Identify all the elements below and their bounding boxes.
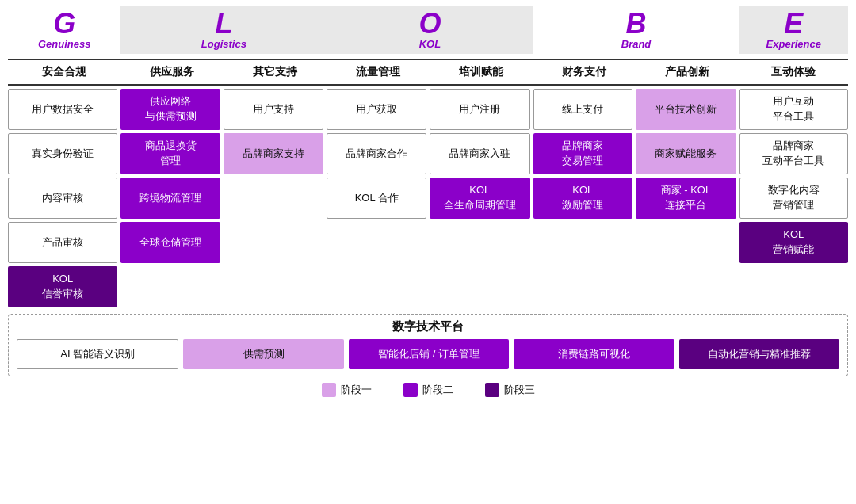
col-header-3: 其它支持 xyxy=(224,60,327,84)
platform-item-4: 消费链路可视化 xyxy=(514,339,674,369)
cell-4-2: 品牌商家合作 xyxy=(327,133,426,174)
cell-2-2: 商品退换货管理 xyxy=(120,133,220,174)
header-g: G Genuiness xyxy=(8,6,120,54)
legend: 阶段一 阶段二 阶段三 xyxy=(8,383,848,397)
grid-col-3: 用户支持 品牌商家支持 xyxy=(224,89,327,307)
header-l-letter: L xyxy=(215,10,232,38)
cell-1-3: 内容审核 xyxy=(8,178,117,219)
cell-5-1: 用户注册 xyxy=(430,89,530,130)
col-header-1: 安全合规 xyxy=(8,60,120,84)
cell-5-2: 品牌商家入驻 xyxy=(430,133,530,174)
platform-items: AI 智能语义识别 供需预测 智能化店铺 / 订单管理 消费链路可视化 自动化营… xyxy=(17,339,839,369)
legend-label-1: 阶段一 xyxy=(341,383,372,397)
legend-box-light xyxy=(322,383,336,397)
cell-8-4: KOL营销赋能 xyxy=(739,222,848,263)
cell-7-1: 平台技术创新 xyxy=(636,89,736,130)
grid-col-6: 线上支付 品牌商家交易管理 KOL激励管理 xyxy=(533,89,636,307)
cell-6-2: 品牌商家交易管理 xyxy=(533,133,633,174)
main-container: G Genuiness L Logistics O KOL B Brand E … xyxy=(0,0,856,405)
grid-col-8: 用户互动平台工具 品牌商家互动平台工具 数字化内容营销管理 KOL营销赋能 xyxy=(739,89,848,307)
header-o-subtitle: KOL xyxy=(419,38,441,51)
col-header-4: 流量管理 xyxy=(327,60,430,84)
legend-label-2: 阶段二 xyxy=(422,383,453,397)
cell-7-3: 商家 - KOL连接平台 xyxy=(636,178,736,219)
platform-section: 数字技术平台 AI 智能语义识别 供需预测 智能化店铺 / 订单管理 消费链路可… xyxy=(8,314,848,376)
cell-4-1: 用户获取 xyxy=(327,89,426,130)
header-l-subtitle: Logistics xyxy=(201,38,246,51)
legend-item-2: 阶段二 xyxy=(403,383,453,397)
platform-item-2: 供需预测 xyxy=(183,339,343,369)
platform-title: 数字技术平台 xyxy=(17,319,839,334)
header-e-letter: E xyxy=(784,10,803,38)
header-b: B Brand xyxy=(533,6,739,54)
legend-box-purple xyxy=(403,383,418,397)
cell-5-3: KOL全生命周期管理 xyxy=(430,178,530,219)
header-o-letter: O xyxy=(418,10,441,38)
cell-6-1: 线上支付 xyxy=(533,89,633,130)
header-b-subtitle: Brand xyxy=(621,38,652,51)
cell-8-3: 数字化内容营销管理 xyxy=(739,178,848,219)
col-header-8: 互动体验 xyxy=(739,60,848,84)
col-header-row: 安全合规 供应服务 其它支持 流量管理 培训赋能 财务支付 产品创新 互动体验 xyxy=(8,59,848,86)
grid-col-4: 用户获取 品牌商家合作 KOL 合作 xyxy=(327,89,430,307)
cell-4-3: KOL 合作 xyxy=(327,178,426,219)
cell-6-3: KOL激励管理 xyxy=(533,178,633,219)
platform-item-1: AI 智能语义识别 xyxy=(17,339,178,369)
cell-2-4: 全球仓储管理 xyxy=(120,222,220,263)
cell-1-4: 产品审核 xyxy=(8,222,117,263)
cell-3-1: 用户支持 xyxy=(224,89,324,130)
cell-8-2: 品牌商家互动平台工具 xyxy=(739,133,848,174)
col-header-5: 培训赋能 xyxy=(430,60,533,84)
header-g-letter: G xyxy=(53,10,75,38)
col-header-7: 产品创新 xyxy=(636,60,739,84)
cell-1-1: 用户数据安全 xyxy=(8,89,117,130)
header-o: O KOL xyxy=(327,6,533,54)
header-l: L Logistics xyxy=(120,6,327,54)
header-b-letter: B xyxy=(626,10,647,38)
legend-item-3: 阶段三 xyxy=(485,383,535,397)
legend-item-1: 阶段一 xyxy=(322,383,372,397)
grid-col-2: 供应网络与供需预测 商品退换货管理 跨境物流管理 全球仓储管理 xyxy=(120,89,224,307)
grid-col-7: 平台技术创新 商家赋能服务 商家 - KOL连接平台 xyxy=(636,89,739,307)
cell-2-1: 供应网络与供需预测 xyxy=(120,89,220,130)
header-e: E Experience xyxy=(739,6,848,54)
grid-col-5: 用户注册 品牌商家入驻 KOL全生命周期管理 xyxy=(430,89,533,307)
platform-item-5: 自动化营销与精准推荐 xyxy=(679,339,839,369)
cell-3-2: 品牌商家支持 xyxy=(224,133,324,174)
cell-1-5: KOL信誉审核 xyxy=(8,266,117,307)
platform-item-3: 智能化店铺 / 订单管理 xyxy=(349,339,509,369)
col-header-2: 供应服务 xyxy=(120,60,224,84)
grid-area: 用户数据安全 真实身份验证 内容审核 产品审核 KOL信誉审核 供应网络与供需预… xyxy=(8,89,848,307)
cell-1-2: 真实身份验证 xyxy=(8,133,117,174)
legend-label-3: 阶段三 xyxy=(504,383,535,397)
legend-box-dark xyxy=(485,383,499,397)
grid-col-1: 用户数据安全 真实身份验证 内容审核 产品审核 KOL信誉审核 xyxy=(8,89,120,307)
cell-7-2: 商家赋能服务 xyxy=(636,133,736,174)
cell-8-1: 用户互动平台工具 xyxy=(739,89,848,130)
col-header-6: 财务支付 xyxy=(533,60,636,84)
header-e-subtitle: Experience xyxy=(766,38,821,51)
cell-2-3: 跨境物流管理 xyxy=(120,178,220,219)
header-g-subtitle: Genuiness xyxy=(38,38,90,51)
header-row: G Genuiness L Logistics O KOL B Brand E … xyxy=(8,6,848,54)
